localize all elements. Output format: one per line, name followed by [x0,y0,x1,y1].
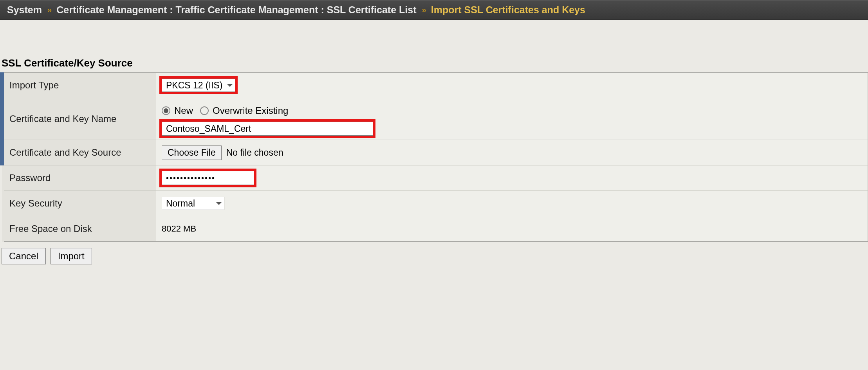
cert-key-name-value: Contoso_SAML_Cert [166,124,251,134]
cert-key-name-input[interactable]: Contoso_SAML_Cert [162,122,373,136]
cancel-button[interactable]: Cancel [2,248,46,264]
row-password: Password •••••••••••••• [2,165,868,191]
label-import-type: Import Type [2,73,156,98]
import-button[interactable]: Import [51,248,92,264]
radio-new-label: New [174,105,193,116]
breadcrumb-current: Import SSL Certificates and Keys [431,4,585,16]
breadcrumb-separator-icon: ›› [47,5,51,14]
import-type-value: PKCS 12 (IIS) [166,80,222,91]
row-import-type: Import Type PKCS 12 (IIS) [2,73,868,98]
password-input[interactable]: •••••••••••••• [162,171,254,185]
label-key-security: Key Security [2,191,156,216]
breadcrumb-separator-icon: ›› [422,5,426,14]
label-cert-key-name: Certificate and Key Name [2,98,156,140]
breadcrumb-path[interactable]: Certificate Management : Traffic Certifi… [56,4,416,16]
key-security-select[interactable]: Normal [162,197,224,210]
breadcrumb-system[interactable]: System [7,4,42,16]
file-chosen-status: No file chosen [226,147,283,158]
chevron-down-icon [227,84,233,87]
password-masked: •••••••••••••• [166,174,215,183]
radio-new[interactable] [162,106,170,115]
free-space-value: 8022 MB [162,224,196,233]
radio-overwrite-label: Overwrite Existing [213,105,288,116]
choose-file-button[interactable]: Choose File [162,145,222,160]
row-cert-key-name: Certificate and Key Name New Overwrite E… [2,98,868,140]
breadcrumb: System ›› Certificate Management : Traff… [0,0,868,20]
form-table: Import Type PKCS 12 (IIS) Certificate an… [0,72,868,242]
section-title: SSL Certificate/Key Source [0,20,868,72]
row-key-security: Key Security Normal [2,191,868,216]
label-free-space: Free Space on Disk [2,216,156,242]
row-free-space: Free Space on Disk 8022 MB [2,216,868,242]
row-cert-key-source: Certificate and Key Source Choose File N… [2,140,868,165]
label-cert-key-source: Certificate and Key Source [2,140,156,165]
key-security-value: Normal [166,198,195,209]
radio-overwrite[interactable] [200,106,209,115]
import-type-select[interactable]: PKCS 12 (IIS) [162,79,235,92]
chevron-down-icon [216,202,222,205]
label-password: Password [2,165,156,191]
radio-dot-icon [164,108,168,113]
